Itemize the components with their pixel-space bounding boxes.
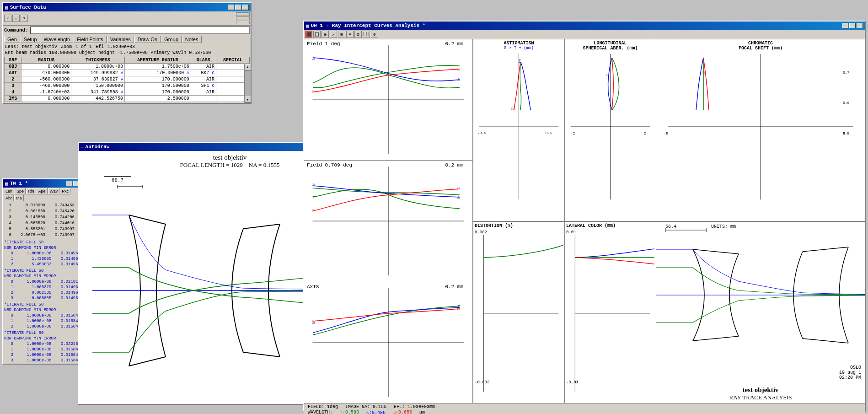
srf-ims: IMS — [5, 96, 21, 102]
axis-label: AXIS — [307, 284, 319, 290]
close-button[interactable]: ✕ — [242, 5, 249, 10]
oslo-label: OSLO — [839, 365, 861, 370]
col-special: SPECIAL — [216, 57, 249, 64]
uw1-icon-4[interactable]: ↗ — [330, 31, 337, 38]
svg-text:+: + — [312, 81, 316, 87]
uw1-icon-5[interactable]: ⊞ — [338, 31, 345, 38]
uw1-icon-9[interactable]: ⚙ — [371, 31, 378, 38]
tw1-data-section: 10.0100000.749453 20.0615800.745420 30.1… — [3, 202, 81, 239]
lateral-color-panel: LATERAL COLOR (mm) 0.01 -0.01 △ — [565, 222, 656, 403]
uw1-minimize[interactable]: _ — [842, 23, 848, 28]
efl-value: 1.0290e+03 — [107, 44, 135, 49]
field2-chart: + + △ △ □ □ — [304, 161, 472, 281]
svg-line-7 — [243, 352, 280, 357]
distortion-panel: DISTORTION (%) 0.002 -0.002 — [473, 222, 565, 403]
uw1-icon-2[interactable]: 🔲 — [313, 31, 321, 38]
tw1-wav-btn[interactable]: Wav — [48, 188, 60, 194]
tw1-rin-btn[interactable]: Rin — [26, 188, 36, 194]
wl-sq: □:0.656 — [393, 410, 412, 414]
aberration-area: ASTIGMATISM S × T + (mm) -0.5 0.5 + × — [473, 39, 865, 403]
scroll-down[interactable]: ▼ — [245, 97, 251, 103]
col-aperture: APERTURE RADIUS — [125, 57, 191, 64]
uw1-icon-3[interactable]: ◉ — [321, 31, 329, 38]
tw1-minimize[interactable]: _ — [66, 181, 72, 186]
units-label: UNITS: mm — [711, 224, 736, 229]
status-row-1: FIELD: 1deg IMAGE NA: 0.155 EFL: 1.03e+0… — [308, 404, 861, 409]
distortion-max: 0.002 — [475, 230, 487, 235]
notes-button[interactable]: Notes — [182, 36, 202, 43]
toolbar-icon-r2[interactable] — [236, 16, 250, 20]
command-input[interactable] — [30, 27, 250, 34]
scroll-track — [245, 70, 251, 97]
svg-text:-2: -2 — [571, 131, 575, 135]
field2-label: Field 0.709 deg — [307, 162, 352, 168]
tw1-ma-btn[interactable]: Ma — [14, 195, 24, 201]
tw1-spe-btn[interactable]: Spe — [15, 188, 26, 194]
distortion-min: -0.002 — [475, 380, 489, 385]
status-row-2: WAVELGTH: +:0.588 △:0.486 □:0.656 μm — [308, 410, 861, 414]
svg-line-66 — [803, 339, 848, 343]
lateral-max: 0.01 — [566, 230, 576, 235]
draw-on-button[interactable]: Draw On — [134, 36, 161, 43]
field-points-button[interactable]: Field Points — [74, 36, 106, 43]
toolbar-icon-1[interactable]: ✓ — [4, 15, 11, 22]
uw1-icon-1[interactable]: ⬛ — [305, 31, 312, 38]
uw1-close[interactable]: ✕ — [857, 23, 863, 28]
axis-chart: + + △ △ □ □ — [304, 282, 472, 403]
ent-beam: Ent beam radius — [5, 50, 46, 55]
svg-text:□: □ — [312, 209, 315, 214]
minimize-button[interactable]: _ — [228, 5, 234, 10]
svg-text:0.7: 0.7 — [843, 70, 850, 75]
svg-text:□: □ — [457, 67, 460, 72]
toolbar-icon-r1[interactable] — [236, 12, 250, 16]
setup-button[interactable]: Setup — [21, 36, 40, 43]
crosssection-svg — [656, 222, 865, 384]
tw1-ape-btn[interactable]: Ape — [37, 188, 48, 194]
svg-text:0.6: 0.6 — [843, 101, 850, 105]
uw1-restore[interactable]: □ — [849, 23, 856, 28]
image-na-status: IMAGE NA: 0.155 — [345, 404, 386, 409]
uw1-icon: ▦ — [306, 23, 309, 29]
tw1-pxc-btn[interactable]: Pxc — [60, 188, 70, 194]
uw1-icon-8[interactable]: ||| — [363, 31, 370, 38]
iterate-section-4: *ITERATE FULL 50 NBR DAMPING MIN ERROR 0… — [3, 330, 81, 364]
restore-button[interactable]: □ — [235, 5, 241, 10]
variables-button[interactable]: Variables — [107, 36, 134, 43]
toolbar-icon-x[interactable]: ✕ — [12, 15, 20, 22]
longitudinal-title: LONGITUDINAL — [566, 41, 654, 46]
tw1-len-btn[interactable]: Len — [4, 188, 14, 194]
tw1-title: TW 1 * — [10, 181, 28, 186]
prim-wavln-val: 0.587560 — [189, 50, 211, 55]
wavelength-button[interactable]: Wavelength — [41, 36, 74, 43]
uw1-titlebar: ▦ UW 1 - Ray Intercept Curves Analysis *… — [304, 22, 865, 30]
aber-top-row: ASTIGMATISM S × T + (mm) -0.5 0.5 + × — [473, 39, 865, 222]
svg-text:□: □ — [312, 90, 315, 95]
surface-table-scrollbar[interactable]: ▲ ▼ — [244, 64, 251, 103]
uw1-icon-6[interactable]: ≡ — [346, 31, 354, 38]
oslo-info: OSLO 19 aug 1 02:20 PM — [839, 365, 861, 380]
field2-panel: Field 0.709 deg 0.2 mm + + △ △ □ □ — [304, 161, 472, 282]
command-label: Command: — [4, 27, 28, 33]
wl-plus: +:0.588 — [340, 410, 359, 414]
group-button[interactable]: Group — [161, 36, 182, 43]
svg-line-64 — [693, 336, 739, 341]
astigmatism-chart: -0.5 0.5 + × □ — [475, 50, 563, 202]
autodraw-title: Autodraw — [86, 144, 110, 150]
svg-text:□: □ — [457, 306, 460, 311]
svg-text:+: + — [457, 205, 461, 212]
svg-line-5 — [129, 357, 166, 366]
uw1-icon-7[interactable]: ⊡ — [354, 31, 362, 38]
obj-height-val: -1.7500e+06 — [118, 50, 148, 55]
uw1-status-bar: FIELD: 1deg IMAGE NA: 0.155 EFL: 1.03e+0… — [304, 403, 865, 414]
gen-button[interactable]: Gen — [4, 36, 20, 43]
scroll-up[interactable]: ▲ — [245, 64, 251, 70]
srf-obj: OBJ — [5, 64, 21, 70]
date-label: 19 aug 1 — [839, 370, 861, 375]
toolbar-icon-r3[interactable] — [236, 21, 250, 24]
svg-line-65 — [803, 247, 848, 252]
tw1-abr-btn[interactable]: Abr — [4, 195, 14, 201]
field1-panel: Field 1 deg 0.2 mm + + △ △ — [304, 39, 472, 161]
toolbar-icon-q[interactable]: ? — [21, 15, 28, 22]
zoom-value: 1 of 1 — [75, 44, 92, 49]
ent-beam-val: 160.000000 — [49, 50, 76, 55]
